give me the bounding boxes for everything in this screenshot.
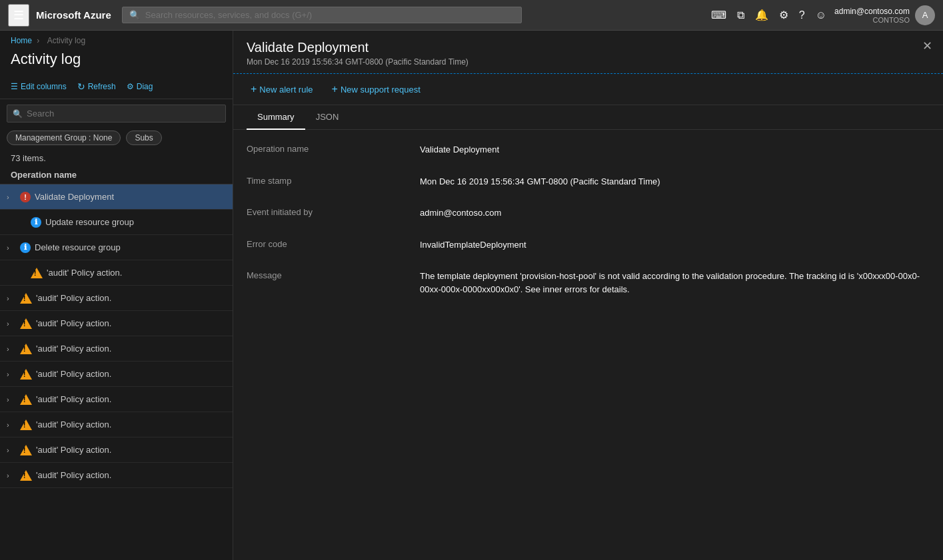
operation-name-row: Operation name Validate Deployment: [247, 143, 930, 156]
message-row: Message The template deployment 'provisi…: [247, 270, 930, 296]
tabs: Summary JSON: [233, 105, 943, 130]
list-item-text: Delete resource group: [35, 242, 121, 252]
warning-icon: [20, 318, 32, 329]
list-item[interactable]: ›'audit' Policy action.: [0, 463, 233, 488]
left-toolbar: ☰ Edit columns ↻ Refresh ⚙ Diag: [0, 75, 233, 99]
list-item-text: Update resource group: [45, 217, 134, 227]
edit-columns-button[interactable]: ☰ Edit columns: [7, 79, 71, 94]
search-icon: 🔍: [129, 10, 140, 20]
avatar[interactable]: A: [915, 5, 935, 25]
close-button[interactable]: ✕: [922, 39, 932, 53]
warning-icon: [20, 293, 32, 304]
new-support-label: New support request: [341, 85, 421, 95]
warning-icon: [20, 344, 32, 354]
search-box[interactable]: 🔍: [7, 105, 226, 123]
info-icon: ℹ: [31, 217, 41, 228]
page-title: Activity log: [0, 48, 233, 75]
time-stamp-value: Mon Dec 16 2019 15:56:34 GMT-0800 (Pacif…: [420, 175, 930, 188]
time-stamp-row: Time stamp Mon Dec 16 2019 15:56:34 GMT-…: [247, 175, 930, 188]
settings-icon[interactable]: ⚙: [776, 6, 791, 24]
detail-content: Operation name Validate Deployment Time …: [233, 130, 943, 560]
columns-icon: ☰: [11, 82, 18, 91]
list-container[interactable]: ›!Validate DeploymentℹUpdate resource gr…: [0, 184, 233, 560]
tab-json[interactable]: JSON: [305, 105, 350, 130]
list-item-text: 'audit' Policy action.: [47, 268, 122, 278]
list-item[interactable]: ›'audit' Policy action.: [0, 387, 233, 412]
error-code-row: Error code InvalidTemplateDeployment: [247, 238, 930, 252]
subscription-filter[interactable]: Subs: [126, 131, 161, 145]
warning-icon: [20, 369, 32, 380]
list-item[interactable]: ›'audit' Policy action.: [0, 311, 233, 336]
tab-summary[interactable]: Summary: [247, 105, 305, 130]
chevron-icon: ›: [7, 345, 16, 353]
hamburger-button[interactable]: ☰: [8, 4, 29, 27]
list-item-text: 'audit' Policy action.: [36, 293, 111, 303]
user-email: admin@contoso.com: [834, 7, 910, 16]
new-support-request-button[interactable]: + New support request: [328, 81, 425, 98]
operation-name-value: Validate Deployment: [420, 143, 930, 156]
breadcrumb-current: Activity log: [47, 36, 85, 45]
chevron-icon: ›: [7, 396, 16, 404]
time-stamp-label: Time stamp: [247, 175, 420, 188]
list-item[interactable]: ℹUpdate resource group: [0, 210, 233, 235]
home-link[interactable]: Home: [11, 36, 32, 45]
breadcrumb: Home › Activity log: [0, 31, 233, 48]
management-group-filter[interactable]: Management Group : None: [7, 131, 121, 145]
error-code-label: Error code: [247, 238, 420, 252]
cloud-shell-icon[interactable]: ⌨: [708, 6, 729, 24]
list-item-text: 'audit' Policy action.: [36, 394, 111, 404]
notifications-icon[interactable]: 🔔: [752, 6, 771, 24]
list-item-text: 'audit' Policy action.: [36, 344, 111, 354]
plus-icon: +: [251, 83, 257, 95]
list-item-text: 'audit' Policy action.: [36, 470, 111, 480]
message-value: The template deployment 'provision-host-…: [420, 270, 930, 296]
event-initiated-row: Event initiated by admin@contoso.com: [247, 206, 930, 220]
user-org: CONTOSO: [834, 16, 910, 24]
list-item-text: Validate Deployment: [35, 192, 114, 202]
refresh-button[interactable]: ↻ Refresh: [73, 79, 120, 95]
list-item[interactable]: ›'audit' Policy action.: [0, 286, 233, 311]
global-search-box[interactable]: 🔍: [122, 7, 522, 23]
error-icon: !: [20, 192, 31, 202]
list-item-text: 'audit' Policy action.: [36, 445, 111, 455]
error-code-value: InvalidTemplateDeployment: [420, 238, 930, 252]
chevron-icon: ›: [7, 421, 16, 429]
chevron-icon: ›: [7, 370, 16, 378]
list-item[interactable]: 'audit' Policy action.: [0, 260, 233, 286]
left-panel: Home › Activity log Activity log ☰ Edit …: [0, 31, 233, 560]
detail-header: Validate Deployment Mon Dec 16 2019 15:5…: [233, 31, 943, 74]
chevron-icon: ›: [7, 320, 16, 328]
refresh-icon: ↻: [77, 81, 85, 92]
new-alert-label: New alert rule: [259, 85, 313, 95]
chevron-icon: ›: [7, 244, 16, 252]
diagnostics-button[interactable]: ⚙ Diag: [123, 79, 157, 94]
list-item[interactable]: ›'audit' Policy action.: [0, 412, 233, 437]
list-item[interactable]: ›ℹDelete resource group: [0, 235, 233, 260]
user-menu[interactable]: admin@contoso.com CONTOSO A: [834, 5, 935, 25]
search-input[interactable]: [27, 109, 220, 119]
filter-row: Management Group : None Subs: [0, 128, 233, 148]
portal-icon[interactable]: ⧉: [734, 7, 747, 24]
list-item-text: 'audit' Policy action.: [36, 369, 111, 379]
detail-subtitle: Mon Dec 16 2019 15:56:34 GMT-0800 (Pacif…: [247, 57, 930, 67]
topnav: ☰ Microsoft Azure 🔍 ⌨ ⧉ 🔔 ⚙ ? ☺ admin@co…: [0, 0, 943, 31]
diag-label: Diag: [137, 82, 153, 91]
help-icon[interactable]: ?: [796, 7, 808, 24]
warning-icon: [20, 420, 32, 430]
topnav-icons: ⌨ ⧉ 🔔 ⚙ ? ☺ admin@contoso.com CONTOSO A: [708, 5, 935, 25]
event-initiated-value: admin@contoso.com: [420, 206, 930, 220]
operation-name-label: Operation name: [247, 143, 420, 156]
list-item[interactable]: ›'audit' Policy action.: [0, 437, 233, 463]
main-layout: Home › Activity log Activity log ☰ Edit …: [0, 31, 943, 560]
list-item[interactable]: ›!Validate Deployment: [0, 184, 233, 210]
refresh-label: Refresh: [88, 82, 116, 91]
list-item[interactable]: ›'audit' Policy action.: [0, 336, 233, 362]
chevron-icon: ›: [7, 446, 16, 454]
list-item[interactable]: ›'audit' Policy action.: [0, 362, 233, 387]
new-alert-rule-button[interactable]: + New alert rule: [247, 81, 317, 98]
global-search-input[interactable]: [145, 10, 514, 20]
chevron-icon: ›: [7, 471, 16, 479]
feedback-icon[interactable]: ☺: [813, 7, 829, 24]
list-item-text: 'audit' Policy action.: [36, 318, 111, 328]
list-item-text: 'audit' Policy action.: [36, 420, 111, 429]
